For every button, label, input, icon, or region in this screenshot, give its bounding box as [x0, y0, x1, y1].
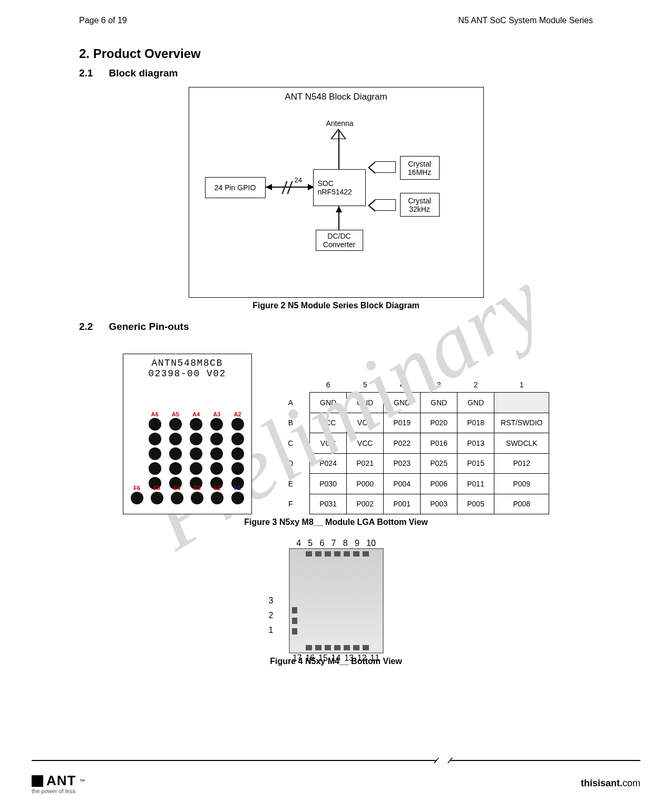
gpio-box: 24 Pin GPIO — [205, 177, 266, 198]
doc-title: N5 ANT SoC System Module Series — [458, 16, 593, 25]
crystal-32khz-box: Crystal 32kHz — [400, 193, 440, 217]
heading-21-title: Block diagram — [109, 67, 178, 79]
heading-22-title: Generic Pin-outs — [109, 321, 189, 333]
heading-22-num: 2.2 — [79, 321, 93, 333]
heading-1: 2. Product Overview — [79, 46, 593, 61]
soc-box: SOC nRF51422 — [313, 169, 366, 206]
page-footer: ANT ™ the power of less thisisant.com — [0, 760, 672, 810]
crystal-16mhz-box: Crystal 16MHz — [400, 156, 440, 180]
website-link: thisisant.com — [581, 778, 640, 789]
bus-width-label: 24 — [295, 176, 302, 184]
figure-3-caption: Figure 3 N5xy M8__ Module LGA Bottom Vie… — [79, 518, 593, 527]
logo-tagline: the power of less — [32, 788, 85, 794]
arrow-icon — [375, 199, 396, 211]
block-diagram: ANT N548 Block Diagram Antenna 24 Pin GP… — [189, 87, 484, 298]
lga-module-drawing: ANTN548M8CB 02398-00 V02 A6A5A4A3A2F6F5F… — [123, 354, 252, 514]
dcdc-box: DC/DC Converter — [316, 230, 363, 251]
ant-logo: ANT ™ — [32, 773, 85, 789]
antenna-label: Antenna — [326, 119, 354, 128]
arrow-icon — [375, 161, 396, 173]
page-number: Page 6 of 19 — [79, 16, 127, 25]
pinout-table: 654321 AGNDGNDGNDGNDGNDBVCCVCCP019P020P0… — [273, 377, 550, 514]
block-diagram-title: ANT N548 Block Diagram — [189, 87, 483, 102]
m4-module-drawing: 45678910 321 17161514131211 — [278, 548, 394, 653]
figure-2-caption: Figure 2 N5 Module Series Block Diagram — [79, 301, 593, 310]
heading-21-num: 2.1 — [79, 67, 93, 79]
